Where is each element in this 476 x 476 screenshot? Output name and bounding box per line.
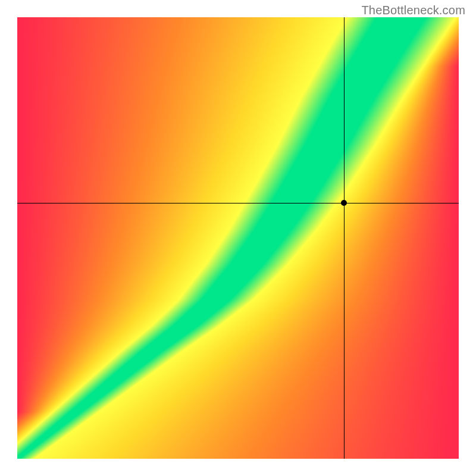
crosshair-horizontal <box>17 203 459 203</box>
chart-container: TheBottleneck.com <box>0 0 476 476</box>
plot-area <box>17 17 459 459</box>
heatmap-canvas <box>17 17 459 459</box>
watermark-text: TheBottleneck.com <box>361 4 465 17</box>
data-point-marker <box>341 200 347 206</box>
crosshair-vertical <box>344 17 345 459</box>
